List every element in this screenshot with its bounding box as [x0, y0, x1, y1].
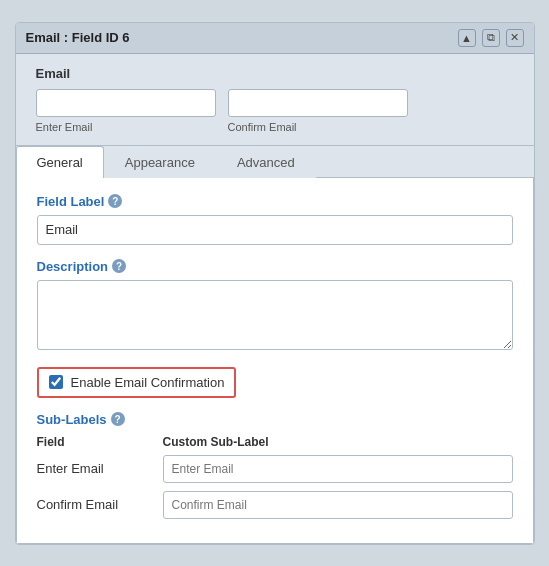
sublabels-row-confirm-email: Confirm Email	[37, 491, 513, 519]
window-title: Email : Field ID 6	[26, 30, 130, 45]
sublabels-enter-email-input[interactable]	[163, 455, 513, 483]
sublabels-header: Field Custom Sub-Label	[37, 435, 513, 449]
field-label-input[interactable]	[37, 215, 513, 245]
preview-confirm-email-field: Confirm Email	[228, 89, 408, 133]
title-bar: Email : Field ID 6 ▲ ⧉ ✕	[16, 23, 534, 54]
tab-general[interactable]: General	[16, 146, 104, 178]
field-label-help-icon[interactable]: ?	[108, 194, 122, 208]
enable-email-confirmation-label: Enable Email Confirmation	[71, 375, 225, 390]
preview-fields: Enter Email Confirm Email	[36, 89, 514, 133]
sublabels-heading: Sub-Labels ?	[37, 412, 513, 427]
field-label-heading: Field Label ?	[37, 194, 513, 209]
tab-appearance[interactable]: Appearance	[104, 146, 216, 178]
sublabels-help-icon[interactable]: ?	[111, 412, 125, 426]
enable-email-confirmation-checkbox[interactable]	[49, 375, 63, 389]
content-area: Field Label ? Description ? Enable Email…	[16, 178, 534, 544]
preview-email-label: Email	[36, 66, 514, 81]
sublabels-table: Field Custom Sub-Label Enter Email Confi…	[37, 435, 513, 519]
field-label-group: Field Label ?	[37, 194, 513, 245]
sublabels-row-enter-email: Enter Email	[37, 455, 513, 483]
sublabels-confirm-email-label: Confirm Email	[37, 497, 147, 512]
preview-enter-email-label: Enter Email	[36, 121, 216, 133]
copy-button[interactable]: ⧉	[482, 29, 500, 47]
description-heading: Description ?	[37, 259, 513, 274]
enable-email-confirmation-container: Enable Email Confirmation	[37, 367, 237, 398]
sublabels-col-field: Field	[37, 435, 147, 449]
window: Email : Field ID 6 ▲ ⧉ ✕ Email Enter Ema…	[15, 22, 535, 545]
sublabels-confirm-email-input[interactable]	[163, 491, 513, 519]
tabs-area: General Appearance Advanced	[16, 146, 534, 178]
preview-enter-email-input[interactable]	[36, 89, 216, 117]
description-group: Description ?	[37, 259, 513, 353]
collapse-button[interactable]: ▲	[458, 29, 476, 47]
preview-enter-email-field: Enter Email	[36, 89, 216, 133]
preview-confirm-email-input[interactable]	[228, 89, 408, 117]
preview-area: Email Enter Email Confirm Email	[16, 54, 534, 146]
preview-confirm-email-label: Confirm Email	[228, 121, 408, 133]
description-help-icon[interactable]: ?	[112, 259, 126, 273]
close-button[interactable]: ✕	[506, 29, 524, 47]
tab-advanced[interactable]: Advanced	[216, 146, 316, 178]
sublabels-section: Sub-Labels ? Field Custom Sub-Label Ente…	[37, 412, 513, 519]
description-textarea[interactable]	[37, 280, 513, 350]
sublabels-col-custom: Custom Sub-Label	[163, 435, 269, 449]
title-buttons: ▲ ⧉ ✕	[458, 29, 524, 47]
sublabels-enter-email-label: Enter Email	[37, 461, 147, 476]
